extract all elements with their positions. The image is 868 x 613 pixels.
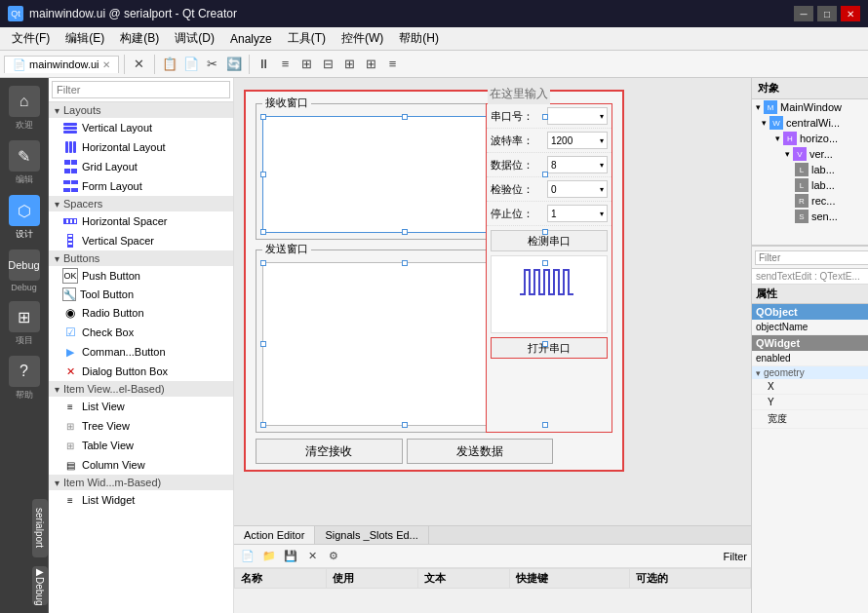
menu-widgets[interactable]: 控件(W) [334, 28, 391, 49]
send-handle-tr[interactable] [542, 260, 548, 266]
menu-build[interactable]: 构建(B) [112, 28, 167, 49]
toolbar-copy-btn[interactable]: 📋 [160, 55, 179, 74]
send-handle-bm[interactable] [402, 422, 408, 428]
menu-tools[interactable]: 工具(T) [280, 28, 334, 49]
file-tab[interactable]: 📄 mainwindow.ui ✕ [4, 56, 119, 73]
handle-tl[interactable] [260, 114, 266, 120]
action-save-btn[interactable]: 💾 [281, 547, 300, 566]
obj-horiz[interactable]: ▾ H horizo... [752, 131, 868, 146]
action-new-btn[interactable]: 📄 [238, 547, 257, 566]
widget-item-check-box[interactable]: ☑ Check Box [49, 323, 233, 342]
sidebar-item-debug[interactable]: Debug Debug [1, 246, 48, 296]
widget-item-dialog-button-box[interactable]: ✕ Dialog Button Box [49, 362, 233, 381]
widget-item-v-spacer[interactable]: Vertical Spacer [49, 231, 233, 250]
toolbar-paste-btn[interactable]: 📄 [181, 55, 201, 74]
toolbar-align2-btn[interactable]: ⊞ [297, 55, 317, 74]
widget-item-tree-view[interactable]: ⊞ Tree View [49, 416, 233, 436]
sidebar-item-help[interactable]: ? 帮助 [1, 352, 48, 405]
toolbar-settings-btn[interactable]: ≡ [383, 55, 403, 74]
handle-mr[interactable] [542, 172, 548, 177]
action-table-area[interactable]: 名称 使用 文本 快捷键 可选的 [234, 568, 751, 613]
section-spacers[interactable]: Spacers [49, 196, 233, 211]
action-open-btn[interactable]: 📁 [259, 547, 279, 566]
send-handle-mr[interactable] [542, 341, 548, 347]
baud-combo[interactable]: 1200 ▾ [547, 132, 608, 149]
handle-bl[interactable] [260, 229, 266, 235]
toolbar-cut-btn[interactable]: ✂ [203, 55, 222, 74]
handle-bm[interactable] [402, 229, 408, 235]
action-settings-btn[interactable]: ⚙ [324, 547, 343, 566]
right-filter-input[interactable] [755, 250, 868, 265]
handle-ml[interactable] [260, 172, 266, 177]
obj-rec[interactable]: R rec... [752, 193, 868, 209]
send-button[interactable]: 发送数据 [407, 439, 554, 464]
send-handle-ml[interactable] [260, 341, 266, 347]
toolbar-close-btn[interactable]: ✕ [130, 55, 149, 74]
widget-item-push-button[interactable]: OK Push Button [49, 266, 233, 286]
parity-combo[interactable]: 0 ▾ [547, 180, 608, 198]
tab-action-editor[interactable]: Action Editor [234, 526, 315, 544]
menu-help[interactable]: 帮助(H) [391, 28, 447, 49]
menu-edit[interactable]: 编辑(E) [58, 28, 112, 49]
handle-tm[interactable] [402, 114, 408, 120]
obj-mainwindow[interactable]: ▾ M MainWindow [752, 99, 868, 115]
action-delete-btn[interactable]: ✕ [302, 547, 322, 566]
sidebar-item-serialport[interactable]: serialport [1, 495, 48, 561]
designer-canvas[interactable]: 在这里输入 接收窗口 [234, 78, 751, 525]
obj-central[interactable]: ▾ W centralWi... [752, 115, 868, 131]
toolbar-refresh-btn[interactable]: 🔄 [224, 55, 244, 74]
section-buttons[interactable]: Buttons [49, 250, 233, 266]
sidebar-item-welcome[interactable]: ⌂ 欢迎 [1, 82, 48, 135]
detect-port-button[interactable]: 检测串口 [491, 230, 608, 251]
close-button[interactable]: ✕ [841, 6, 860, 21]
toolbar-play-btn[interactable]: ⏸ [255, 55, 274, 74]
maximize-button[interactable]: □ [817, 6, 837, 21]
toolbar-grid-btn[interactable]: ⊟ [319, 55, 338, 74]
widget-item-form-layout[interactable]: Form Layout [49, 176, 233, 196]
stopbits-combo[interactable]: 1 ▾ [547, 205, 608, 222]
obj-sen[interactable]: S sen... [752, 209, 868, 224]
toolbar-distribute-btn[interactable]: ⊞ [340, 55, 360, 74]
send-handle-tl[interactable] [260, 260, 266, 266]
menu-analyze[interactable]: Analyze [222, 30, 280, 48]
widget-filter-input[interactable] [52, 81, 230, 98]
clear-button[interactable]: 清空接收 [256, 439, 403, 464]
send-handle-br[interactable] [542, 422, 548, 428]
widget-item-grid-layout[interactable]: Grid Layout [49, 157, 233, 176]
section-layouts[interactable]: Layouts [49, 102, 233, 118]
handle-tr[interactable] [542, 114, 548, 120]
minimize-button[interactable]: ─ [794, 6, 813, 21]
widget-item-radio-button[interactable]: ◉ Radio Button [49, 303, 233, 323]
databits-combo[interactable]: 8 ▾ [547, 156, 608, 173]
section-item-views[interactable]: Item View...el-Based) [49, 381, 233, 397]
widget-item-h-spacer[interactable]: Horizontal Spacer [49, 211, 233, 231]
widget-item-list-view[interactable]: ≡ List View [49, 397, 233, 416]
handle-br[interactable] [542, 229, 548, 235]
sidebar-item-project[interactable]: ⊞ 项目 [1, 297, 48, 351]
toolbar-align-btn[interactable]: ≡ [276, 55, 296, 74]
sidebar-item-debug2[interactable]: ▶Debug [1, 562, 48, 609]
widget-item-horizontal-layout[interactable]: Horizontal Layout [49, 137, 233, 157]
port-combo[interactable]: ▾ [547, 107, 608, 125]
sidebar-item-design[interactable]: ⬡ 设计 [1, 191, 48, 245]
open-port-button[interactable]: 打开串口 [491, 337, 608, 359]
obj-ver[interactable]: ▾ V ver... [752, 146, 868, 162]
section-item-widgets[interactable]: Item Wid...m-Based) [49, 475, 233, 490]
toolbar-more-btn[interactable]: ⊞ [362, 55, 381, 74]
widget-item-command-button[interactable]: ▶ Comman...Button [49, 342, 233, 362]
widget-item-column-view[interactable]: ▤ Column View [49, 455, 233, 475]
obj-label1[interactable]: L lab... [752, 162, 868, 177]
send-handle-tm[interactable] [402, 260, 408, 266]
widget-item-table-view[interactable]: ⊞ Table View [49, 436, 233, 455]
menu-debug[interactable]: 调试(D) [167, 28, 222, 49]
send-handle-bl[interactable] [260, 422, 266, 428]
sidebar-item-edit[interactable]: ✎ 编辑 [1, 136, 48, 190]
widget-item-list-widget[interactable]: ≡ List Widget [49, 490, 233, 510]
file-tab-close[interactable]: ✕ [102, 59, 110, 70]
menu-file[interactable]: 文件(F) [4, 28, 58, 49]
obj-label2[interactable]: L lab... [752, 177, 868, 193]
prop-section-qwidget: QWidget [752, 335, 868, 351]
widget-item-vertical-layout[interactable]: Vertical Layout [49, 118, 233, 137]
tab-signals-slots[interactable]: Signals _Slots Ed... [315, 526, 428, 544]
widget-item-tool-button[interactable]: 🔧 Tool Button [49, 286, 233, 303]
